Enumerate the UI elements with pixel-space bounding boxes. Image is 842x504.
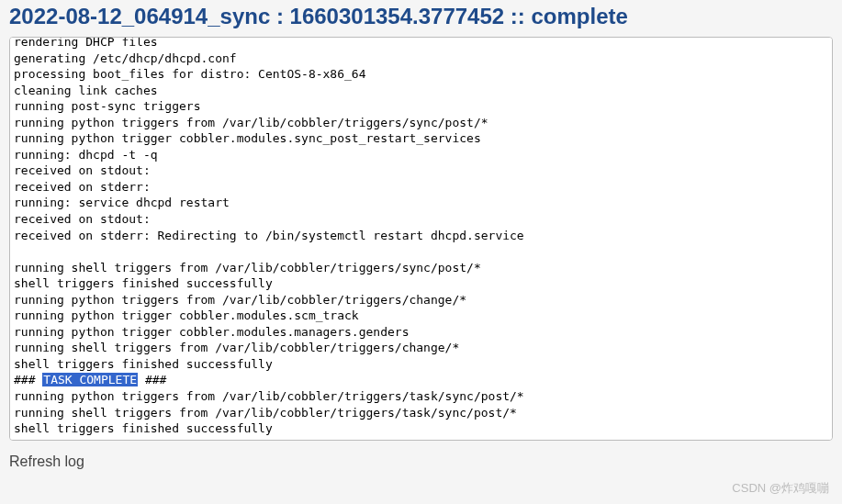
log-line: shell triggers finished successfully (14, 356, 828, 373)
task-complete-suffix: ### (138, 373, 166, 386)
log-line: received on stderr: Redirecting to /bin/… (14, 228, 828, 244)
log-line: running python triggers from /var/lib/co… (14, 115, 828, 131)
log-line: received on stderr: (14, 179, 828, 196)
log-line: received on stdout: (14, 211, 828, 228)
log-line: running: service dhcpd restart (14, 195, 828, 211)
log-line: running python trigger cobbler.modules.s… (14, 308, 828, 324)
log-line: running shell triggers from /var/lib/cob… (14, 260, 828, 276)
task-complete-line: ### TASK COMPLETE ### (14, 372, 828, 388)
log-line: processing boot_files for distro: CentOS… (14, 66, 828, 83)
refresh-log-button[interactable]: Refresh log (0, 441, 94, 479)
log-line: rendering DHCP files (14, 37, 828, 50)
log-line (14, 243, 828, 260)
page-title: 2022-08-12_064914_sync : 1660301354.3777… (0, 0, 842, 37)
log-output[interactable]: rendering DHCP filesgenerating /etc/dhcp… (9, 37, 833, 441)
log-line: generating /etc/dhcp/dhcpd.conf (14, 50, 828, 67)
log-line: running python triggers from /var/lib/co… (14, 292, 828, 308)
log-line: running python trigger cobbler.modules.s… (14, 130, 828, 147)
log-line: running shell triggers from /var/lib/cob… (14, 405, 828, 421)
log-line: cleaning link caches (14, 83, 828, 99)
log-line: running shell triggers from /var/lib/cob… (14, 340, 828, 356)
task-complete-highlight: TASK COMPLETE (42, 373, 138, 386)
log-line: received on stdout: (14, 162, 828, 179)
task-complete-prefix: ### (14, 373, 42, 386)
log-line: running: dhcpd -t -q (14, 147, 828, 163)
log-line: shell triggers finished successfully (14, 275, 828, 292)
log-line: shell triggers finished successfully (14, 420, 828, 437)
log-line: running python triggers from /var/lib/co… (14, 388, 828, 405)
log-line: running python trigger cobbler.modules.m… (14, 324, 828, 341)
log-line: running post-sync triggers (14, 98, 828, 115)
